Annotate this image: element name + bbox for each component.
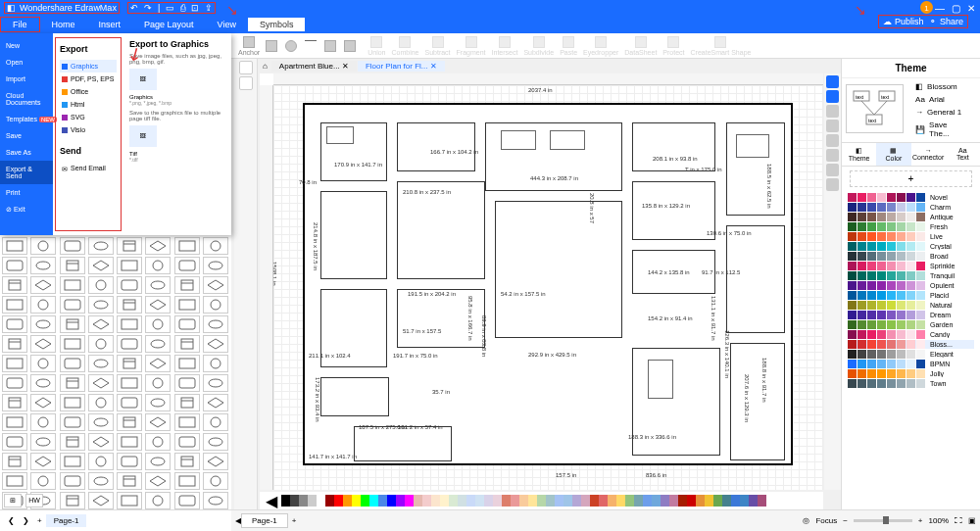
swatch-row[interactable]: Placid (848, 291, 974, 300)
symbol-shape[interactable] (145, 355, 171, 372)
furniture[interactable] (326, 126, 354, 144)
color-cell[interactable] (361, 495, 369, 507)
symbol-shape[interactable] (2, 413, 27, 431)
symbol-shape[interactable] (30, 276, 56, 294)
symbol-shape[interactable] (117, 433, 142, 451)
symbol-shape[interactable] (30, 433, 56, 451)
color-cell[interactable] (334, 495, 343, 507)
theme-tab-text[interactable]: AaText (946, 143, 980, 166)
symbol-shape[interactable] (117, 335, 142, 353)
ribbon-intersect[interactable]: Intersect (489, 36, 521, 56)
sym-more-icon[interactable]: ⊞ (4, 494, 22, 507)
color-cell[interactable] (528, 495, 537, 507)
color-cell[interactable] (669, 495, 678, 507)
symbol-shape[interactable] (203, 472, 228, 490)
swatch-row[interactable]: Dream (848, 311, 974, 319)
symbol-shape[interactable] (88, 237, 114, 255)
symbol-shape[interactable] (88, 335, 114, 353)
ribbon-smart[interactable]: CreateSmart Shape (688, 36, 755, 56)
symbol-shape[interactable] (117, 276, 142, 294)
ribbon-circle[interactable] (282, 40, 300, 52)
symbol-shape[interactable] (60, 257, 85, 274)
symbol-shape[interactable] (203, 276, 228, 294)
color-cell[interactable] (758, 495, 766, 507)
fullscreen-icon[interactable]: ▣ (968, 516, 976, 525)
symbol-shape[interactable] (60, 472, 85, 490)
color-cell[interactable] (608, 495, 616, 507)
symbol-shape[interactable] (117, 374, 142, 392)
symbol-shape[interactable] (30, 315, 56, 333)
tab-home[interactable]: Home (40, 18, 87, 31)
color-cell[interactable] (449, 495, 458, 507)
theme-prop-connector[interactable]: →General 1 (915, 106, 968, 119)
symbol-shape[interactable] (60, 433, 85, 451)
color-cell[interactable] (493, 495, 502, 507)
symbol-shape[interactable] (60, 296, 85, 314)
symbol-shape[interactable] (117, 237, 142, 255)
bs-exportsend[interactable]: Export & Send (0, 161, 53, 184)
furniture[interactable] (736, 134, 769, 158)
symbol-shape[interactable] (203, 237, 228, 255)
symbol-shape[interactable] (145, 472, 171, 490)
symbol-shape[interactable] (174, 315, 200, 333)
bs-open[interactable]: Open (0, 54, 53, 71)
symbol-shape[interactable] (60, 237, 85, 255)
symbol-shape[interactable] (88, 413, 114, 431)
color-cell[interactable] (484, 495, 493, 507)
vtool-3-icon[interactable] (826, 105, 839, 118)
symbol-shape[interactable] (174, 472, 200, 490)
color-cell[interactable] (678, 495, 687, 507)
color-cell[interactable] (458, 495, 466, 507)
tab-insert[interactable]: Insert (87, 18, 133, 31)
room[interactable] (320, 191, 387, 279)
color-cell[interactable] (519, 495, 528, 507)
color-cell[interactable] (546, 495, 555, 507)
notification-badge[interactable]: 1 (920, 1, 933, 14)
symbol-shape[interactable] (60, 276, 85, 294)
swatch-row[interactable]: Jolly (848, 369, 974, 378)
symbol-shape[interactable] (203, 257, 228, 274)
color-cell[interactable] (634, 495, 643, 507)
symbol-shape[interactable] (203, 296, 228, 314)
room[interactable] (320, 377, 389, 416)
swatch-row[interactable]: Candy (848, 330, 974, 339)
symbol-shape[interactable] (174, 492, 200, 509)
symbol-shape[interactable] (145, 296, 171, 314)
symbol-shape[interactable] (174, 296, 200, 314)
color-cell[interactable] (466, 495, 475, 507)
color-cell[interactable] (281, 495, 290, 507)
color-cell[interactable] (317, 495, 325, 507)
symbol-shape[interactable] (30, 335, 56, 353)
export-tiff-tile[interactable]: 🖼 (129, 125, 157, 147)
color-cell[interactable] (731, 495, 740, 507)
color-cell[interactable] (590, 495, 599, 507)
bs-new[interactable]: New (0, 37, 53, 54)
zoom-slider[interactable] (854, 519, 912, 522)
symbol-shape[interactable] (2, 257, 27, 274)
color-cell[interactable] (352, 495, 361, 507)
color-cell[interactable] (749, 495, 758, 507)
ribbon-subdivide[interactable]: Subdivide (520, 36, 557, 56)
opt-office[interactable]: Office (60, 85, 117, 98)
swatch-row[interactable]: Broad (848, 252, 974, 261)
symbol-shape[interactable] (30, 237, 56, 255)
pagesel-page[interactable]: Page-1 (46, 514, 87, 527)
bs-templates[interactable]: TemplatesNEW (0, 111, 53, 127)
symbol-shape[interactable] (174, 355, 200, 372)
symbol-shape[interactable] (30, 394, 56, 411)
swatch-row[interactable]: Garden (848, 320, 974, 329)
symbol-shape[interactable] (30, 296, 56, 314)
room[interactable] (397, 181, 485, 279)
maximize-icon[interactable]: ▢ (951, 3, 960, 13)
symbol-shape[interactable] (117, 394, 142, 411)
swatch-row[interactable]: Antique (848, 213, 974, 221)
color-cell[interactable] (722, 495, 731, 507)
vtool-2-icon[interactable] (826, 90, 839, 103)
symbol-shape[interactable] (60, 355, 85, 372)
swatch-row[interactable]: Opulent (848, 281, 974, 290)
symbol-shape[interactable] (2, 296, 27, 314)
symbol-shape[interactable] (203, 374, 228, 392)
share-button[interactable]: ⚬ Share (929, 17, 963, 26)
symbol-shape[interactable] (117, 472, 142, 490)
color-cell[interactable] (475, 495, 484, 507)
